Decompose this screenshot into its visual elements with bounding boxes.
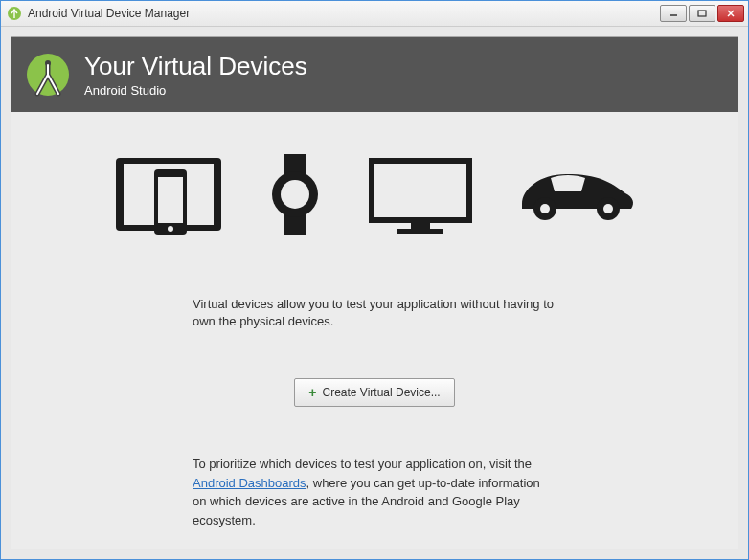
content-area: Your Virtual Devices Android Studio	[1, 27, 748, 559]
watch-icon	[261, 150, 329, 238]
plus-icon: +	[308, 385, 316, 400]
svg-point-15	[281, 180, 309, 209]
panel-header: Your Virtual Devices Android Studio	[11, 37, 738, 112]
page-subtitle: Android Studio	[84, 83, 307, 98]
window-title: Android Virtual Device Manager	[28, 7, 660, 20]
svg-rect-18	[411, 223, 430, 229]
android-studio-icon	[7, 6, 22, 21]
svg-point-21	[540, 204, 550, 213]
maximize-button[interactable]	[689, 5, 715, 22]
svg-rect-17	[374, 164, 466, 217]
main-panel: Your Virtual Devices Android Studio	[11, 36, 738, 549]
tablet-phone-icon	[112, 150, 227, 238]
close-button[interactable]	[717, 5, 744, 22]
car-icon	[512, 161, 637, 228]
create-button-label: Create Virtual Device...	[323, 386, 441, 399]
android-dashboards-link[interactable]: Android Dashboards	[193, 476, 306, 490]
header-text-block: Your Virtual Devices Android Studio	[84, 52, 307, 98]
svg-rect-2	[698, 11, 706, 16]
titlebar[interactable]: Android Virtual Device Manager	[1, 1, 748, 27]
tv-icon	[363, 150, 478, 238]
footer-text: To prioritize which devices to test your…	[193, 455, 556, 529]
page-title: Your Virtual Devices	[84, 52, 307, 81]
svg-rect-10	[158, 177, 183, 223]
svg-point-23	[603, 204, 613, 213]
window-frame: Android Virtual Device Manager	[0, 0, 749, 560]
panel-body: Virtual devices allow you to test your a…	[11, 112, 738, 549]
window-controls	[660, 5, 744, 22]
svg-point-11	[168, 226, 173, 232]
footer-pre: To prioritize which devices to test your…	[193, 457, 532, 471]
device-type-icons	[112, 150, 637, 238]
description-text: Virtual devices allow you to test your a…	[193, 296, 556, 330]
create-virtual-device-button[interactable]: + Create Virtual Device...	[294, 378, 454, 407]
android-studio-logo-icon	[25, 52, 71, 98]
svg-rect-19	[397, 229, 443, 234]
minimize-button[interactable]	[660, 5, 687, 22]
